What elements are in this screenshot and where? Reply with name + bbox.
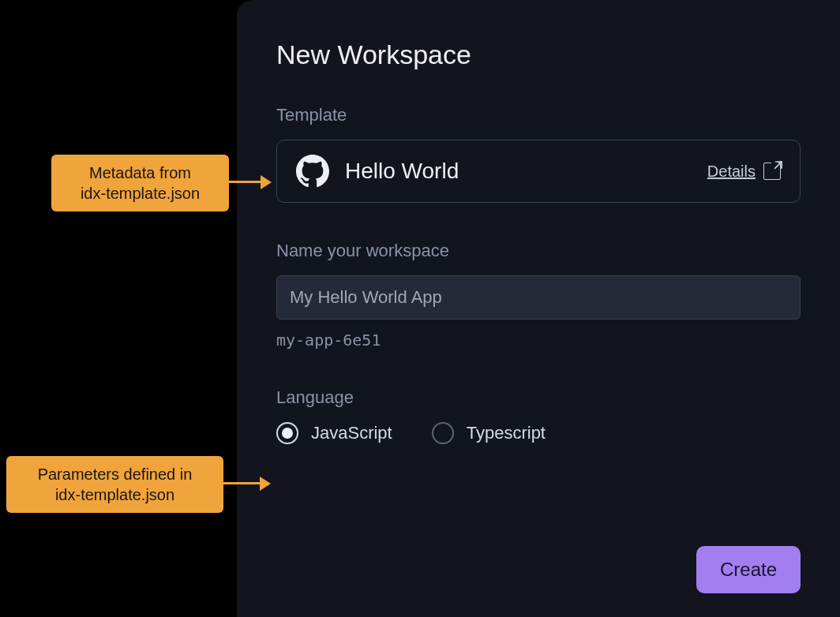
name-section-label: Name your workspace [276, 241, 801, 261]
template-card[interactable]: Hello World Details [276, 140, 801, 203]
external-link-icon [763, 163, 781, 180]
annotation-metadata: Metadata from idx-template.json [51, 155, 229, 211]
radio-label: Typescript [467, 423, 546, 443]
template-section-label: Template [276, 105, 801, 125]
github-icon [296, 155, 329, 188]
annotation-line: idx-template.json [55, 486, 174, 503]
language-radio-group: JavaScript Typescript [276, 422, 801, 444]
radio-dot [282, 428, 293, 439]
new-workspace-panel: New Workspace Template Hello World Detai… [237, 0, 840, 617]
annotation-parameters: Parameters defined in idx-template.json [6, 456, 223, 513]
create-button[interactable]: Create [696, 546, 801, 593]
arrow-line [223, 482, 261, 484]
annotation-line: Metadata from [89, 164, 191, 181]
radio-option-typescript[interactable]: Typescript [432, 422, 546, 444]
radio-indicator [276, 422, 298, 444]
language-section-label: Language [276, 387, 801, 408]
radio-indicator [432, 422, 454, 444]
template-name: Hello World [345, 159, 692, 184]
radio-label: JavaScript [311, 423, 392, 443]
radio-option-javascript[interactable]: JavaScript [276, 422, 392, 444]
workspace-slug: my-app-6e51 [276, 331, 801, 350]
annotation-line: Parameters defined in [38, 466, 193, 483]
arrow-head-icon [260, 477, 271, 491]
page-title: New Workspace [276, 39, 801, 70]
workspace-name-input[interactable] [276, 275, 801, 320]
arrow-head-icon [261, 175, 272, 189]
details-link[interactable]: Details [707, 163, 781, 181]
arrow-line [229, 181, 262, 183]
annotation-line: idx-template.json [81, 185, 200, 202]
details-link-label: Details [707, 163, 756, 181]
